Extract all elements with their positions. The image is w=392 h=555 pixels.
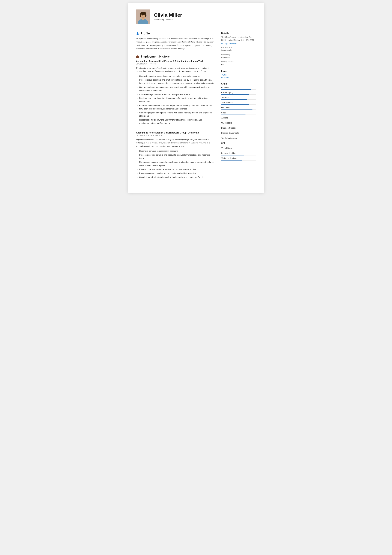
skill-item-1: Bookkeeping (221, 91, 256, 95)
bullet-0-2: Oversee and approve payments, wire trans… (139, 86, 215, 92)
skill-bar-fill-3 (221, 104, 249, 105)
skill-item-2: Journals (221, 96, 256, 100)
skill-bar-fill-5 (221, 115, 246, 115)
skill-name-12: Visual Basic (221, 147, 256, 149)
email-link[interactable]: email@email.com (221, 43, 256, 45)
bullet-1-3: Review, code and verify transaction repo… (139, 168, 215, 171)
skill-bar-bg-13 (221, 155, 256, 155)
skill-item-8: Balance Sheets (221, 127, 256, 130)
svg-point-5 (140, 14, 141, 17)
address-text: 1515 Pacific Ave, Los Angeles, CA 90291,… (221, 36, 256, 42)
skill-name-1: Bookkeeping (221, 91, 256, 94)
skill-name-4: MS Excel (221, 107, 256, 109)
details-title: Details (221, 32, 256, 34)
skill-bar-bg-7 (221, 125, 256, 125)
place-of-birth-value: San Antonio (221, 49, 256, 52)
skill-name-11: SQL (221, 142, 256, 144)
job-title-0: Accounting Assistant III at Fischer & Pr… (136, 60, 215, 62)
skill-item-6: Accpac (221, 117, 256, 120)
job-item-0: Accounting Assistant III at Fischer & Pr… (136, 60, 215, 128)
job-summary-0: Developed a cross-check functionality in… (136, 66, 215, 73)
skill-item-9: Income Statements (221, 132, 256, 135)
skill-bar-fill-4 (221, 110, 252, 110)
bullet-0-5: Establish internal controls for the prep… (139, 104, 215, 111)
candidate-name: Olivia Miller (154, 12, 182, 18)
job-divider-0 (136, 128, 215, 128)
skill-bar-bg-6 (221, 120, 256, 120)
skills-container: FinanceBookkeepingJournalsTrial BalanceM… (221, 86, 256, 161)
link-item-1[interactable]: Linkedin (221, 76, 256, 79)
skill-item-0: Finance (221, 86, 256, 90)
bullet-1-2: Re-check all account reconciliations bef… (139, 161, 215, 167)
svg-point-7 (142, 15, 143, 16)
profile-section: 👤 Profile An experienced accounting assi… (136, 32, 215, 50)
bullet-1-5: Calculate credit, debit and cashflow tot… (139, 176, 215, 179)
job-bullets-1: Reconcile complex intercompany accountsP… (136, 149, 215, 179)
skill-bar-bg-2 (221, 99, 256, 100)
skill-bar-fill-10 (221, 140, 245, 140)
links-title: Links (221, 70, 256, 72)
employment-icon: 💼 (136, 55, 139, 58)
skill-bar-bg-4 (221, 110, 256, 110)
job-dates-1: January 2018 – December 2018 (136, 134, 215, 137)
job-summary-1: Implemented financial controls to succes… (136, 138, 215, 148)
driving-license-value: Full (221, 63, 256, 66)
skill-item-13: Internal Auditing (221, 152, 256, 155)
links-container: TwitterLinkedin (221, 74, 256, 79)
bullet-1-1: Process accounts payable and accounts re… (139, 153, 215, 160)
nationality-label: Nationality (221, 53, 256, 56)
skill-bar-fill-2 (221, 99, 247, 100)
skill-item-4: MS Excel (221, 107, 256, 110)
bullet-1-4: Process accounts payable and accounts re… (139, 172, 215, 175)
main-column: 👤 Profile An experienced accounting assi… (136, 32, 215, 185)
skill-bar-fill-0 (221, 89, 251, 90)
skill-bar-bg-1 (221, 94, 256, 95)
skills-title: Skills (221, 82, 256, 85)
svg-point-8 (144, 15, 144, 16)
skill-name-8: Balance Sheets (221, 127, 256, 129)
skill-item-11: SQL (221, 142, 256, 145)
links-section: Links TwitterLinkedin (221, 70, 256, 79)
skill-name-3: Trial Balance (221, 102, 256, 104)
employment-title-text: Employment History (141, 55, 170, 58)
skill-bar-bg-9 (221, 135, 256, 135)
bullet-0-6: Compare projected budgeting reports with… (139, 111, 215, 118)
avatar (136, 9, 150, 24)
skill-bar-fill-7 (221, 125, 248, 125)
skill-bar-bg-14 (221, 160, 256, 161)
svg-point-6 (145, 14, 146, 17)
skill-bar-bg-11 (221, 145, 256, 145)
bullet-1-0: Reconcile complex intercompany accounts (139, 149, 215, 153)
header-info: Olivia Miller Accounting Assistant (154, 12, 182, 21)
job-item-1: Accounting Assistant II at Mica Hardware… (136, 131, 215, 179)
job-dates-0: January 2019 – Present (136, 63, 215, 65)
skill-item-5: Sage (221, 111, 256, 115)
skill-bar-fill-13 (221, 155, 244, 155)
bullet-0-7: Responsible for all payruns and transfer… (139, 118, 215, 125)
details-section: Details 1515 Pacific Ave, Los Angeles, C… (221, 32, 256, 66)
nationality-value: American (221, 56, 256, 59)
resume: Olivia Miller Accounting Assistant 👤 Pro… (128, 3, 264, 193)
body-layout: 👤 Profile An experienced accounting assi… (136, 32, 256, 185)
driving-license-label: Driving license (221, 61, 256, 63)
candidate-title: Accounting Assistant (154, 18, 182, 21)
skill-bar-bg-3 (221, 104, 256, 105)
header-section: Olivia Miller Accounting Assistant (136, 9, 256, 27)
skill-item-12: Visual Basic (221, 147, 256, 150)
employment-section: 💼 Employment History Accounting Assistan… (136, 55, 215, 179)
bullet-0-0: Complete complex calculations and reconc… (139, 74, 215, 78)
skill-name-10: Tax Submissions (221, 137, 256, 139)
skill-name-2: Journals (221, 96, 256, 99)
skill-bar-fill-11 (221, 145, 237, 145)
skill-item-14: Variance Analysis (221, 157, 256, 161)
job-bullets-0: Complete complex calculations and reconc… (136, 74, 215, 125)
skill-name-6: Accpac (221, 117, 256, 119)
skill-bar-bg-12 (221, 150, 256, 150)
skill-item-3: Trial Balance (221, 102, 256, 105)
bullet-0-1: Process group accounts and draft group s… (139, 78, 215, 85)
link-item-0[interactable]: Twitter (221, 74, 256, 76)
svg-point-4 (140, 12, 146, 15)
skill-bar-fill-8 (221, 130, 250, 130)
skill-bar-bg-8 (221, 130, 256, 130)
skill-bar-bg-0 (221, 89, 256, 90)
